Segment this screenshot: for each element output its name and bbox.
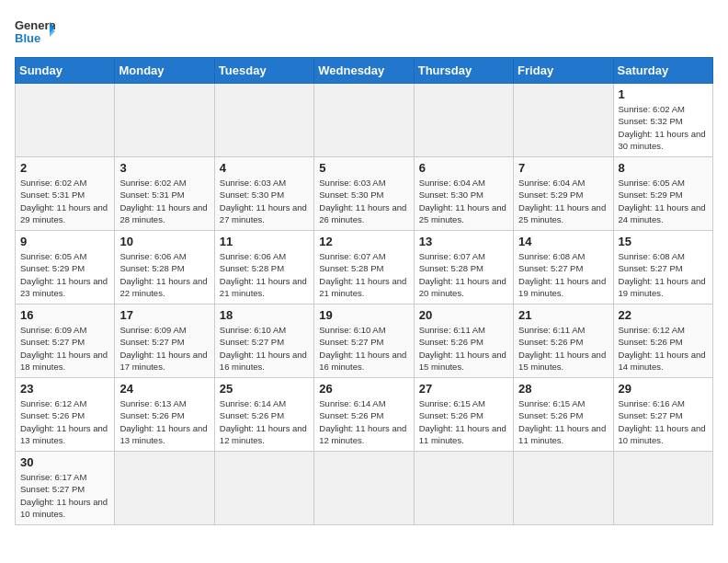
week-row-4: 16Sunrise: 6:09 AMSunset: 5:27 PMDayligh… [16, 304, 713, 378]
calendar-cell: 1Sunrise: 6:02 AMSunset: 5:32 PMDaylight… [613, 84, 712, 157]
cell-sun-info: Sunrise: 6:05 AMSunset: 5:29 PMDaylight:… [619, 177, 708, 225]
week-row-2: 2Sunrise: 6:02 AMSunset: 5:31 PMDaylight… [16, 157, 713, 231]
day-number: 24 [119, 382, 209, 396]
cell-sun-info: Sunrise: 6:06 AMSunset: 5:28 PMDaylight:… [220, 250, 309, 299]
day-number: 19 [319, 308, 408, 322]
calendar-cell: 13Sunrise: 6:07 AMSunset: 5:28 PMDayligh… [414, 231, 513, 304]
cell-sun-info: Sunrise: 6:16 AMSunset: 5:27 PMDaylight:… [619, 397, 708, 446]
weekday-header-sunday: Sunday [16, 58, 115, 84]
day-number: 28 [518, 382, 608, 396]
calendar-cell [214, 452, 313, 525]
calendar-cell: 16Sunrise: 6:09 AMSunset: 5:27 PMDayligh… [16, 304, 115, 378]
cell-sun-info: Sunrise: 6:11 AMSunset: 5:26 PMDaylight:… [419, 324, 508, 373]
calendar-cell: 27Sunrise: 6:15 AMSunset: 5:26 PMDayligh… [414, 378, 513, 452]
calendar-cell: 7Sunrise: 6:04 AMSunset: 5:29 PMDaylight… [514, 157, 613, 231]
calendar-cell [414, 84, 513, 157]
calendar-cell: 2Sunrise: 6:02 AMSunset: 5:31 PMDaylight… [16, 157, 115, 231]
day-number: 12 [319, 235, 408, 248]
weekday-header-monday: Monday [115, 58, 214, 84]
day-number: 30 [20, 455, 109, 469]
cell-sun-info: Sunrise: 6:03 AMSunset: 5:30 PMDaylight:… [220, 177, 309, 225]
calendar-cell [16, 84, 115, 157]
calendar-cell: 8Sunrise: 6:05 AMSunset: 5:29 PMDaylight… [613, 157, 712, 231]
day-number: 13 [419, 235, 508, 248]
calendar-cell: 25Sunrise: 6:14 AMSunset: 5:26 PMDayligh… [214, 378, 313, 452]
calendar-cell: 14Sunrise: 6:08 AMSunset: 5:27 PMDayligh… [514, 231, 613, 304]
day-number: 23 [20, 382, 109, 396]
cell-sun-info: Sunrise: 6:14 AMSunset: 5:26 PMDaylight:… [319, 397, 408, 446]
cell-sun-info: Sunrise: 6:09 AMSunset: 5:27 PMDaylight:… [119, 324, 209, 373]
cell-sun-info: Sunrise: 6:08 AMSunset: 5:27 PMDaylight:… [518, 250, 608, 299]
calendar-cell: 22Sunrise: 6:12 AMSunset: 5:26 PMDayligh… [613, 304, 712, 378]
cell-sun-info: Sunrise: 6:14 AMSunset: 5:26 PMDaylight:… [220, 397, 309, 446]
calendar-body: 1Sunrise: 6:02 AMSunset: 5:32 PMDaylight… [16, 84, 713, 525]
calendar-cell: 19Sunrise: 6:10 AMSunset: 5:27 PMDayligh… [314, 304, 414, 378]
day-number: 10 [119, 235, 209, 248]
day-number: 25 [220, 382, 309, 396]
svg-text:General: General [15, 18, 55, 32]
calendar-cell: 9Sunrise: 6:05 AMSunset: 5:29 PMDaylight… [16, 231, 115, 304]
calendar-cell [314, 84, 414, 157]
cell-sun-info: Sunrise: 6:15 AMSunset: 5:26 PMDaylight:… [419, 397, 508, 446]
cell-sun-info: Sunrise: 6:07 AMSunset: 5:28 PMDaylight:… [319, 250, 408, 299]
cell-sun-info: Sunrise: 6:10 AMSunset: 5:27 PMDaylight:… [319, 324, 408, 373]
cell-sun-info: Sunrise: 6:12 AMSunset: 5:26 PMDaylight:… [619, 324, 708, 373]
cell-sun-info: Sunrise: 6:05 AMSunset: 5:29 PMDaylight:… [20, 250, 109, 299]
cell-sun-info: Sunrise: 6:15 AMSunset: 5:26 PMDaylight:… [518, 397, 608, 446]
day-number: 16 [20, 308, 109, 322]
weekday-header-thursday: Thursday [414, 58, 513, 84]
cell-sun-info: Sunrise: 6:17 AMSunset: 5:27 PMDaylight:… [20, 471, 109, 520]
calendar-cell: 28Sunrise: 6:15 AMSunset: 5:26 PMDayligh… [514, 378, 613, 452]
calendar-cell: 24Sunrise: 6:13 AMSunset: 5:26 PMDayligh… [115, 378, 214, 452]
day-number: 22 [619, 308, 708, 322]
calendar-cell: 10Sunrise: 6:06 AMSunset: 5:28 PMDayligh… [115, 231, 214, 304]
calendar-cell: 21Sunrise: 6:11 AMSunset: 5:26 PMDayligh… [514, 304, 613, 378]
day-number: 2 [20, 161, 109, 175]
cell-sun-info: Sunrise: 6:02 AMSunset: 5:32 PMDaylight:… [619, 103, 708, 152]
calendar-cell: 18Sunrise: 6:10 AMSunset: 5:27 PMDayligh… [214, 304, 313, 378]
cell-sun-info: Sunrise: 6:09 AMSunset: 5:27 PMDaylight:… [20, 324, 109, 373]
calendar-cell: 20Sunrise: 6:11 AMSunset: 5:26 PMDayligh… [414, 304, 513, 378]
day-number: 27 [419, 382, 508, 396]
day-number: 14 [518, 235, 608, 248]
calendar-cell: 29Sunrise: 6:16 AMSunset: 5:27 PMDayligh… [613, 378, 712, 452]
calendar-cell [514, 452, 613, 525]
cell-sun-info: Sunrise: 6:04 AMSunset: 5:30 PMDaylight:… [419, 177, 508, 225]
cell-sun-info: Sunrise: 6:04 AMSunset: 5:29 PMDaylight:… [518, 177, 608, 225]
weekday-header-row: SundayMondayTuesdayWednesdayThursdayFrid… [16, 58, 713, 84]
weekday-header-saturday: Saturday [613, 58, 712, 84]
calendar-cell [613, 452, 712, 525]
calendar-cell: 4Sunrise: 6:03 AMSunset: 5:30 PMDaylight… [214, 157, 313, 231]
logo: General Blue [15, 15, 55, 48]
calendar-cell [115, 84, 214, 157]
calendar-cell: 11Sunrise: 6:06 AMSunset: 5:28 PMDayligh… [214, 231, 313, 304]
cell-sun-info: Sunrise: 6:03 AMSunset: 5:30 PMDaylight:… [319, 177, 408, 225]
svg-text:Blue: Blue [15, 31, 40, 45]
calendar-cell: 3Sunrise: 6:02 AMSunset: 5:31 PMDaylight… [115, 157, 214, 231]
cell-sun-info: Sunrise: 6:11 AMSunset: 5:26 PMDaylight:… [518, 324, 608, 373]
calendar-cell [314, 452, 414, 525]
day-number: 3 [119, 161, 209, 175]
day-number: 5 [319, 161, 408, 175]
calendar-cell: 23Sunrise: 6:12 AMSunset: 5:26 PMDayligh… [16, 378, 115, 452]
weekday-header-wednesday: Wednesday [314, 58, 414, 84]
cell-sun-info: Sunrise: 6:02 AMSunset: 5:31 PMDaylight:… [119, 177, 209, 225]
calendar-cell [514, 84, 613, 157]
week-row-6: 30Sunrise: 6:17 AMSunset: 5:27 PMDayligh… [16, 452, 713, 525]
calendar-cell [414, 452, 513, 525]
calendar-cell [214, 84, 313, 157]
day-number: 4 [220, 161, 309, 175]
calendar-cell: 17Sunrise: 6:09 AMSunset: 5:27 PMDayligh… [115, 304, 214, 378]
day-number: 29 [619, 382, 708, 396]
cell-sun-info: Sunrise: 6:10 AMSunset: 5:27 PMDaylight:… [220, 324, 309, 373]
day-number: 9 [20, 235, 109, 248]
week-row-3: 9Sunrise: 6:05 AMSunset: 5:29 PMDaylight… [16, 231, 713, 304]
day-number: 1 [619, 87, 708, 101]
day-number: 6 [419, 161, 508, 175]
day-number: 8 [619, 161, 708, 175]
calendar-cell: 26Sunrise: 6:14 AMSunset: 5:26 PMDayligh… [314, 378, 414, 452]
logo-icon: General Blue [15, 15, 55, 48]
calendar-cell: 30Sunrise: 6:17 AMSunset: 5:27 PMDayligh… [16, 452, 115, 525]
day-number: 20 [419, 308, 508, 322]
cell-sun-info: Sunrise: 6:12 AMSunset: 5:26 PMDaylight:… [20, 397, 109, 446]
